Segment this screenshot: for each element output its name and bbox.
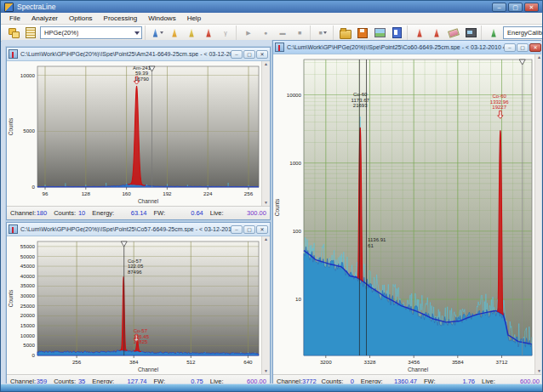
vertical-scrollbar[interactable]: ▲ ▼ xyxy=(261,236,270,374)
close-button[interactable]: ✕ xyxy=(524,3,539,12)
energy-value: 63.14 xyxy=(114,209,153,217)
close-button[interactable]: ✕ xyxy=(256,225,268,234)
record-button[interactable]: ● xyxy=(258,26,273,39)
counts-label: Counts: xyxy=(322,378,344,383)
window-title: C:\Lum\Work\GP\HPGe(20%)\!Spe\Point25\Co… xyxy=(287,44,504,50)
svg-text:3712: 3712 xyxy=(496,359,508,365)
svg-text:Counts: Counts xyxy=(8,117,14,135)
display-options-button[interactable] xyxy=(463,26,478,39)
chevron-down-icon xyxy=(134,31,140,35)
menu-file[interactable]: File xyxy=(4,14,26,23)
counts-value: 35 xyxy=(76,378,92,383)
maximize-button[interactable]: ▢ xyxy=(517,43,529,52)
scroll-down-arrow[interactable]: ▼ xyxy=(537,368,541,374)
channel-label: Channel: xyxy=(277,378,302,383)
close-button[interactable]: ✕ xyxy=(529,43,541,52)
minimize-button[interactable]: – xyxy=(492,3,506,12)
status-bar: Channel:180 Counts:10 Energy:63.14 FW:0.… xyxy=(7,206,270,219)
peak-search-icon xyxy=(151,29,159,37)
export-image-button[interactable] xyxy=(372,26,387,39)
spectrum-window-co57: C:\Lum\Work\GP\HPGe(20%)\!Spe\Point25\Co… xyxy=(6,222,271,383)
fw-label: FW: xyxy=(424,378,436,383)
peak-search-button[interactable] xyxy=(150,26,165,39)
detector-config-button[interactable] xyxy=(6,26,21,39)
app-window: SpectraLine – ▢ ✕ File Analyzer Options … xyxy=(0,0,543,392)
vertical-scrollbar[interactable]: ▲ ▼ xyxy=(534,54,541,374)
nuclide-id-button[interactable] xyxy=(201,26,216,39)
mark-peak-button[interactable] xyxy=(412,26,427,39)
calibration-peak-button[interactable] xyxy=(167,26,182,39)
spectra-list-button[interactable] xyxy=(23,26,38,39)
detector-combo-value: HPGe(20%) xyxy=(44,29,78,37)
stop-all-button[interactable]: ■ xyxy=(315,26,330,39)
efficiency-button[interactable] xyxy=(184,26,199,39)
svg-text:Co-601173.6721693: Co-601173.6721693 xyxy=(352,92,370,108)
scroll-down-arrow[interactable]: ▼ xyxy=(264,200,268,206)
svg-text:Counts: Counts xyxy=(274,198,280,216)
svg-text:35000: 35000 xyxy=(20,282,36,288)
chevron-down-icon xyxy=(323,31,327,34)
window-bottom-border xyxy=(1,384,542,391)
svg-text:50000: 50000 xyxy=(20,253,36,259)
minimize-button[interactable]: – xyxy=(504,43,516,52)
scroll-up-arrow[interactable]: ▲ xyxy=(264,61,268,67)
menu-bar: File Analyzer Options Processing Windows… xyxy=(1,13,542,25)
save-spectrum-button[interactable] xyxy=(355,26,370,39)
channel-label: Channel: xyxy=(10,209,36,217)
main-titlebar[interactable]: SpectraLine – ▢ ✕ xyxy=(1,1,542,13)
cascade-windows-icon xyxy=(9,28,19,37)
gamma-analysis-button[interactable]: γ xyxy=(218,26,233,39)
clipboard-icon xyxy=(392,27,402,38)
svg-text:25000: 25000 xyxy=(20,303,36,309)
menu-options[interactable]: Options xyxy=(64,14,98,23)
live-value: 300.00 xyxy=(224,209,266,217)
menu-windows[interactable]: Windows xyxy=(143,14,180,23)
maximize-button[interactable]: ▢ xyxy=(508,3,523,12)
window-titlebar[interactable]: C:\Lum\Work\GP\HPGe(20%)\!Spe\Point25\Co… xyxy=(7,223,270,236)
svg-text:640: 640 xyxy=(243,359,253,365)
counts-label: Counts: xyxy=(54,378,76,383)
calibration-mode-button[interactable] xyxy=(486,26,501,39)
pause-button[interactable]: ▬ xyxy=(275,26,290,39)
counts-value: 10 xyxy=(76,209,92,217)
svg-text:256: 256 xyxy=(72,359,82,365)
channel-value: 3772 xyxy=(302,378,323,383)
window-titlebar[interactable]: C:\Lum\Work\GP\HPGe(20%)\!Spe\Point25\Am… xyxy=(7,48,270,61)
menu-analyzer[interactable]: Analyzer xyxy=(26,14,63,23)
svg-text:160: 160 xyxy=(122,190,131,196)
spectrum-chart-co57[interactable]: Co-57122.0587496Co-57136.451082525638451… xyxy=(7,236,261,374)
open-spectrum-button[interactable] xyxy=(338,26,353,39)
svg-text:Co-57136.4510825: Co-57136.4510825 xyxy=(134,328,150,344)
peak-area-button[interactable] xyxy=(429,26,444,39)
copy-button[interactable] xyxy=(389,26,404,39)
svg-text:55000: 55000 xyxy=(20,243,36,249)
stop-button[interactable]: ■ xyxy=(292,26,307,39)
scroll-down-arrow[interactable]: ▼ xyxy=(264,368,268,374)
minimize-button[interactable]: – xyxy=(231,50,243,59)
start-acquisition-button[interactable]: ▶ xyxy=(241,26,256,39)
clear-markers-button[interactable] xyxy=(446,26,461,39)
live-label: Live: xyxy=(482,378,495,383)
minimize-button[interactable]: – xyxy=(231,225,243,234)
spectrum-chart-am241[interactable]: Am-24159.3916790961281601922242560500010… xyxy=(7,61,261,206)
list-icon xyxy=(26,27,36,38)
svg-text:192: 192 xyxy=(163,190,172,196)
vertical-scrollbar[interactable]: ▲ ▼ xyxy=(261,61,270,206)
window-title: C:\Lum\Work\GP\HPGe(20%)\!Spe\Point25\Am… xyxy=(20,51,231,57)
maximize-button[interactable]: ▢ xyxy=(243,225,255,234)
spectrum-file-icon xyxy=(275,43,284,52)
close-button[interactable]: ✕ xyxy=(256,50,268,59)
menu-processing[interactable]: Processing xyxy=(99,14,143,23)
svg-text:256: 256 xyxy=(244,190,254,196)
maximize-button[interactable]: ▢ xyxy=(243,50,255,59)
scroll-up-arrow[interactable]: ▲ xyxy=(537,54,541,60)
image-icon xyxy=(374,28,386,37)
calibration-combo[interactable]: EnergyCalibration xyxy=(503,26,543,39)
spectrum-chart-co60[interactable]: Co-601173.6721693Co-601332.96192271136.9… xyxy=(273,54,534,374)
fw-label: FW: xyxy=(154,378,166,383)
detector-combo[interactable]: HPGe(20%) xyxy=(40,26,142,39)
window-titlebar[interactable]: C:\Lum\Work\GP\HPGe(20%)\!Spe\Point25\Co… xyxy=(273,41,541,54)
scroll-up-arrow[interactable]: ▲ xyxy=(264,236,268,242)
status-bar: Channel:3772 Counts:0 Energy:1360.47 FW:… xyxy=(273,374,541,383)
menu-help[interactable]: Help xyxy=(182,14,206,23)
